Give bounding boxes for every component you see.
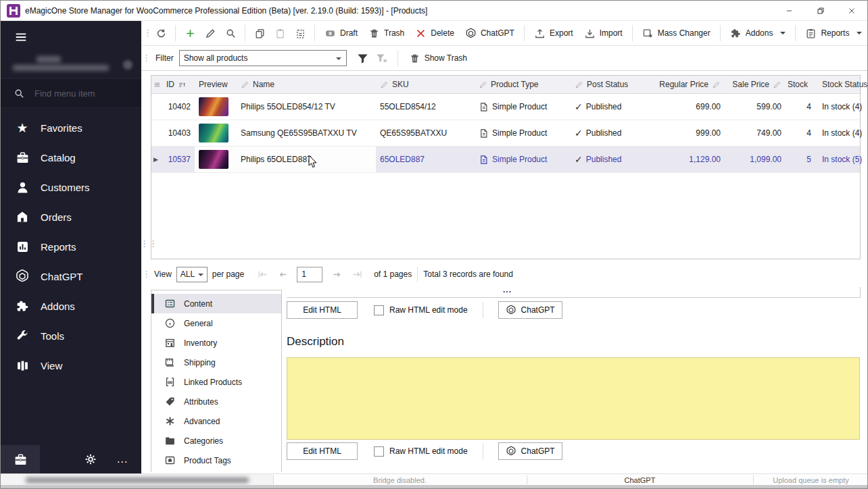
settings-button[interactable] xyxy=(80,453,101,466)
edit-html-button[interactable]: Edit HTML xyxy=(287,301,358,319)
sidebar-item-favorites[interactable]: ★Favorites xyxy=(1,113,141,143)
paste-button[interactable] xyxy=(270,24,289,43)
raw-html-label: Raw HTML edit mode xyxy=(389,305,468,315)
filter-select[interactable]: Show all products xyxy=(179,50,347,66)
sidebar-item-chatgpt[interactable]: ChatGPT xyxy=(1,261,141,291)
column-header-sale-price[interactable]: Sale Price xyxy=(725,80,786,89)
column-header-sku[interactable]: SKU xyxy=(376,80,475,89)
pagination-grip[interactable]: ⋮ xyxy=(142,271,149,278)
edit-html-button[interactable]: Edit HTML xyxy=(287,442,358,460)
minimize-button[interactable] xyxy=(774,1,805,21)
tab-categories[interactable]: Categories xyxy=(151,431,281,451)
table-row[interactable]: 10402 Philips 55OLED854/12 TV 55OLED854/… xyxy=(151,94,860,120)
short-description-collapsed-area[interactable]: ... xyxy=(287,287,861,298)
sidebar-item-customers[interactable]: Customers xyxy=(1,172,141,202)
search-products-button[interactable] xyxy=(221,24,240,43)
table-row-selected[interactable]: ▶ 10537 Philips 65OLED887 65OLED887 Simp… xyxy=(151,147,860,173)
paste-special-button[interactable] xyxy=(291,24,310,43)
tab-shipping[interactable]: Shipping xyxy=(151,353,281,372)
warehouse-icon xyxy=(163,337,176,349)
edit-product-button[interactable] xyxy=(201,24,220,43)
column-header-product-type[interactable]: Product Type xyxy=(475,80,571,89)
total-records-label: Total 3 records are found xyxy=(423,269,513,279)
filterbar-grip[interactable]: ⋮ xyxy=(142,55,149,61)
first-page-button[interactable] xyxy=(255,267,270,282)
sidebar-search[interactable]: Find menu item xyxy=(1,78,141,108)
column-header-id[interactable]: ID xyxy=(162,80,195,89)
sidebar-item-catalog[interactable]: Catalog xyxy=(1,143,141,172)
star-icon: ★ xyxy=(14,120,31,135)
tab-product-tags[interactable]: Product Tags xyxy=(151,451,281,470)
page-number-input[interactable]: 1 xyxy=(297,267,322,282)
cell-product-type: Simple Product xyxy=(475,128,571,138)
sidebar-catalog-shortcut[interactable] xyxy=(1,445,40,473)
restore-button[interactable] xyxy=(805,1,836,21)
sidebar-item-view[interactable]: View xyxy=(1,351,141,380)
delete-button[interactable]: Delete xyxy=(410,24,459,43)
sidebar-item-orders[interactable]: Orders xyxy=(1,202,141,232)
add-product-button[interactable] xyxy=(180,24,199,43)
raw-html-checkbox[interactable] xyxy=(374,305,384,315)
refresh-button[interactable] xyxy=(151,24,170,43)
clear-filter-button[interactable] xyxy=(372,49,391,68)
table-row[interactable]: 10403 Samsung QE65S95BATXXU TV QE65S95BA… xyxy=(151,120,860,147)
reports-dropdown[interactable]: Reports xyxy=(800,24,867,43)
panel-splitter-handle[interactable]: ⋮⋮ xyxy=(140,241,149,246)
copy-button[interactable] xyxy=(250,24,269,43)
tab-attributes[interactable]: Attributes xyxy=(151,392,281,411)
hamburger-menu-button[interactable] xyxy=(11,29,30,45)
table-header-row: ID Preview Name SKU Product Type Post St… xyxy=(151,76,860,94)
sidebar-item-addons[interactable]: Addons xyxy=(1,291,141,321)
cell-sku: 55OLED854/12 xyxy=(376,102,475,111)
close-button[interactable] xyxy=(836,1,867,21)
more-button[interactable]: ... xyxy=(117,453,128,465)
description-editor[interactable] xyxy=(287,357,860,440)
chatgpt-toolbar-button[interactable]: ChatGPT xyxy=(460,24,519,43)
description-toolbar: Edit HTML Raw HTML edit mode ChatGPT xyxy=(287,442,562,460)
trash-icon xyxy=(368,28,380,39)
column-header-name[interactable]: Name xyxy=(237,80,376,89)
next-page-button[interactable] xyxy=(329,267,344,282)
draft-button[interactable]: Draft xyxy=(320,24,362,43)
cell-name: Philips 65OLED887 xyxy=(237,147,376,172)
prev-page-button[interactable] xyxy=(275,267,290,282)
toolbar-grip[interactable]: ⋮ xyxy=(143,30,150,36)
status-upload-queue: Upload queue is empty xyxy=(753,474,868,486)
export-button[interactable]: Export xyxy=(529,24,578,43)
tab-linked-products[interactable]: Linked Products xyxy=(151,372,281,392)
tab-general[interactable]: General xyxy=(151,313,281,333)
tab-inventory[interactable]: Inventory xyxy=(151,333,281,353)
trash-button[interactable]: Trash xyxy=(364,24,409,43)
chatgpt-button[interactable]: ChatGPT xyxy=(498,442,562,460)
import-button[interactable]: Import xyxy=(579,24,627,43)
column-header-stock-status[interactable]: Stock Status xyxy=(815,80,868,89)
tab-content[interactable]: Content xyxy=(151,294,281,313)
per-page-select[interactable]: ALL xyxy=(176,267,208,282)
mass-changer-button[interactable]: Mass Changer xyxy=(637,24,715,43)
window-title: eMagicOne Store Manager for WooCommerce … xyxy=(25,6,427,16)
raw-html-checkbox[interactable] xyxy=(374,446,384,457)
shop-icon xyxy=(14,209,31,224)
column-header-post-status[interactable]: Post Status xyxy=(571,80,653,89)
sidebar-item-reports[interactable]: Reports xyxy=(1,232,141,261)
cell-regular-price: 999.00 xyxy=(653,128,725,138)
row-handle-column-header[interactable] xyxy=(151,81,162,88)
close-icon xyxy=(848,7,856,15)
addons-dropdown[interactable]: Addons xyxy=(725,24,791,43)
last-page-button[interactable] xyxy=(349,267,364,282)
chatgpt-button[interactable]: ChatGPT xyxy=(498,301,562,319)
status-bar: Bridge disabled. ChatGPT Upload queue is… xyxy=(1,473,868,485)
column-header-regular-price[interactable]: Regular Price xyxy=(653,80,725,89)
sidebar-item-tools[interactable]: Tools xyxy=(1,321,141,351)
column-header-preview[interactable]: Preview xyxy=(195,80,237,89)
apply-filter-button[interactable] xyxy=(354,49,372,68)
expand-row-icon[interactable]: ▶ xyxy=(153,156,158,163)
collapsed-ellipsis[interactable]: ... xyxy=(503,285,512,294)
product-tag-icon xyxy=(163,455,176,466)
cell-sku: QE65S95BATXXU xyxy=(376,128,475,138)
show-trash-toggle[interactable]: Show Trash xyxy=(404,49,472,68)
column-header-stock[interactable]: Stock xyxy=(786,80,815,89)
first-page-icon xyxy=(257,269,268,280)
cell-stock-status: In stock (4) xyxy=(815,102,868,111)
tab-advanced[interactable]: Advanced xyxy=(151,411,281,431)
